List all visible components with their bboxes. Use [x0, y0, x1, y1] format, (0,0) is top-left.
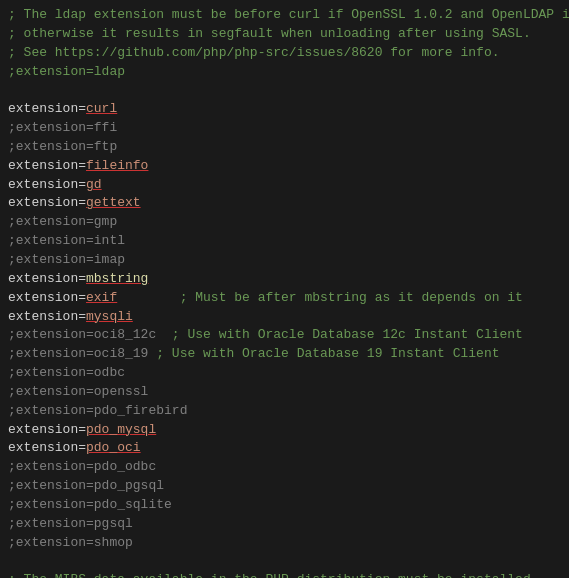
- ext-pdo-oci-val: pdo_oci: [86, 440, 141, 455]
- line-20: ;extension=odbc: [8, 364, 561, 383]
- line-22: ;extension=pdo_firebird: [8, 402, 561, 421]
- line-23: extension=pdo_mysql: [8, 421, 561, 440]
- ext-gettext-val: gettext: [86, 195, 141, 210]
- ext-exif-val: exif: [86, 290, 117, 305]
- line-9: extension=fileinfo: [8, 157, 561, 176]
- ext-pdo-mysql-val: pdo_mysql: [86, 422, 156, 437]
- ext-gettext-key: extension=: [8, 195, 86, 210]
- line-4: ;extension=ldap: [8, 63, 561, 82]
- line-11: extension=gettext: [8, 194, 561, 213]
- line-8: ;extension=ftp: [8, 138, 561, 157]
- line-1: ; The ldap extension must be before curl…: [8, 6, 561, 25]
- line-10: extension=gd: [8, 176, 561, 195]
- ext-oci8-19-key: ;extension=oci8_19: [8, 346, 148, 361]
- line-6: extension=curl: [8, 100, 561, 119]
- code-editor: ; The ldap extension must be before curl…: [0, 0, 569, 578]
- ext-curl-key: extension=: [8, 101, 86, 116]
- line-12: ;extension=gmp: [8, 213, 561, 232]
- ext-exif-comment: ; Must be after mbstring as it depends o…: [117, 290, 523, 305]
- ext-curl-val: curl: [86, 101, 117, 116]
- ext-exif-key: extension=: [8, 290, 86, 305]
- line-21: ;extension=openssl: [8, 383, 561, 402]
- ext-oci8-12c-comment: ; Use with Oracle Database 12c Instant C…: [156, 327, 523, 342]
- line-30: [8, 552, 561, 571]
- line-27: ;extension=pdo_sqlite: [8, 496, 561, 515]
- line-31: ; The MIBS data available in the PHP dis…: [8, 571, 561, 578]
- ext-gd-val: gd: [86, 177, 102, 192]
- line-26: ;extension=pdo_pgsql: [8, 477, 561, 496]
- line-15: extension=mbstring: [8, 270, 561, 289]
- ext-mbstring-val: mbstring: [86, 271, 148, 286]
- line-14: ;extension=imap: [8, 251, 561, 270]
- ext-pdo-mysql-key: extension=: [8, 422, 86, 437]
- line-29: ;extension=shmop: [8, 534, 561, 553]
- line-5: [8, 81, 561, 100]
- ext-mbstring-key: extension=: [8, 271, 86, 286]
- ext-mysqli-val: mysqli: [86, 309, 133, 324]
- ext-fileinfo-key: extension=: [8, 158, 86, 173]
- line-17: extension=mysqli: [8, 308, 561, 327]
- line-25: ;extension=pdo_odbc: [8, 458, 561, 477]
- line-7: ;extension=ffi: [8, 119, 561, 138]
- line-2: ; otherwise it results in segfault when …: [8, 25, 561, 44]
- ext-oci8-12c-key: ;extension=oci8_12c: [8, 327, 156, 342]
- ext-pdo-oci-key: extension=: [8, 440, 86, 455]
- line-18: ;extension=oci8_12c ; Use with Oracle Da…: [8, 326, 561, 345]
- ext-oci8-19-comment: ; Use with Oracle Database 19 Instant Cl…: [148, 346, 499, 361]
- ext-gd-key: extension=: [8, 177, 86, 192]
- line-13: ;extension=intl: [8, 232, 561, 251]
- line-16: extension=exif ; Must be after mbstring …: [8, 289, 561, 308]
- line-28: ;extension=pgsql: [8, 515, 561, 534]
- line-24: extension=pdo_oci: [8, 439, 561, 458]
- line-19: ;extension=oci8_19 ; Use with Oracle Dat…: [8, 345, 561, 364]
- ext-mysqli-key: extension=: [8, 309, 86, 324]
- ext-fileinfo-val: fileinfo: [86, 158, 148, 173]
- line-3: ; See https://github.com/php/php-src/iss…: [8, 44, 561, 63]
